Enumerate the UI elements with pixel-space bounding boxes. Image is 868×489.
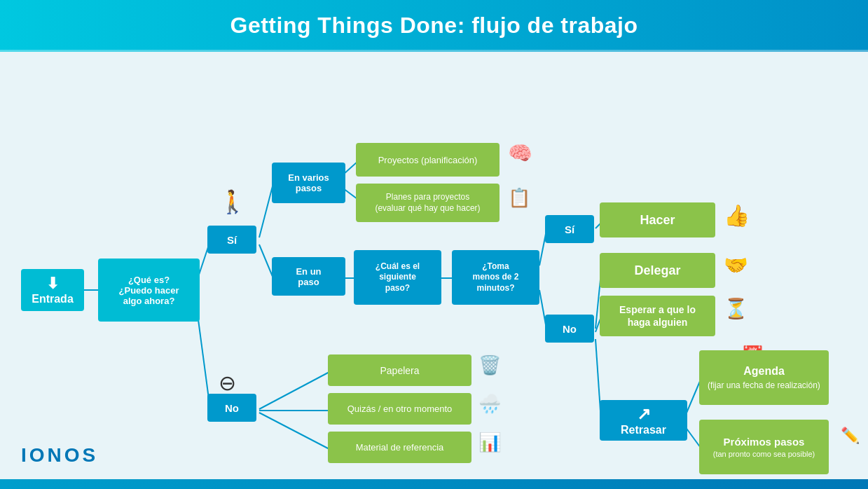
- hourglass-icon: ⏳: [724, 297, 748, 320]
- pencil-icon: ✏️: [841, 427, 860, 445]
- material-box: Material de referencia: [328, 432, 471, 463]
- svg-line-3: [259, 184, 273, 237]
- brain-icon: 🧠: [508, 142, 532, 165]
- papelera-box: Papelera: [328, 354, 471, 386]
- cual-siguiente-box: ¿Cuál es elsiguientepaso?: [354, 250, 441, 305]
- meeting-icon: 🤝: [724, 254, 748, 277]
- header: Getting Things Done: flujo de trabajo: [0, 0, 868, 52]
- entrada-box: ⬇ Entrada: [21, 269, 84, 311]
- thumbsup-icon: 👍: [724, 203, 750, 228]
- proyectos-box: Proyectos (planificación): [356, 143, 500, 177]
- esperar-box: Esperar a que lohaga alguien: [600, 296, 715, 336]
- si1-box: Sí: [207, 226, 256, 254]
- svg-line-6: [343, 188, 357, 199]
- proximos-box: Próximos pasos (tan pronto como sea posi…: [699, 420, 829, 474]
- delegar-box: Delegar: [600, 253, 715, 288]
- svg-line-17: [259, 413, 329, 449]
- planes-box: Planes para proyectos(evaluar qué hay qu…: [356, 184, 500, 222]
- en-un-paso-box: En unpaso: [272, 257, 345, 296]
- en-varios-pasos-box: En variospasos: [272, 163, 345, 203]
- barchart-icon: 📊: [478, 432, 501, 453]
- toma-menos-box: ¿Tomamenos de 2minutos?: [452, 250, 539, 305]
- logo: IONOS: [21, 444, 98, 467]
- no1-box: No: [207, 394, 256, 422]
- cloud-icon: 🌧️: [478, 393, 501, 415]
- svg-line-19: [685, 427, 701, 448]
- hacer-box: Hacer: [600, 202, 715, 237]
- svg-line-18: [685, 380, 701, 416]
- trash-icon: 🗑️: [478, 354, 501, 376]
- svg-line-5: [343, 162, 357, 174]
- svg-line-15: [259, 372, 329, 409]
- page-title: Getting Things Done: flujo de trabajo: [0, 13, 868, 39]
- agenda-box: Agenda (fijar una fecha de realización): [699, 350, 829, 405]
- canvas: ⬇ Entrada ¿Qué es? ¿Puedo hacer algo aho…: [0, 52, 868, 479]
- si2-box: Sí: [545, 215, 594, 243]
- svg-line-4: [259, 245, 273, 278]
- list-icon: 📋: [508, 187, 530, 209]
- no-icon: ⊖: [219, 371, 236, 395]
- no2-box: No: [545, 315, 594, 343]
- quizas-box: Quizás / en otro momento: [328, 393, 471, 425]
- walking-icon: 🚶: [219, 188, 247, 215]
- que-es-box: ¿Qué es? ¿Puedo hacer algo ahora?: [98, 259, 200, 322]
- retrasar-box: ↗ Retrasar: [600, 400, 687, 441]
